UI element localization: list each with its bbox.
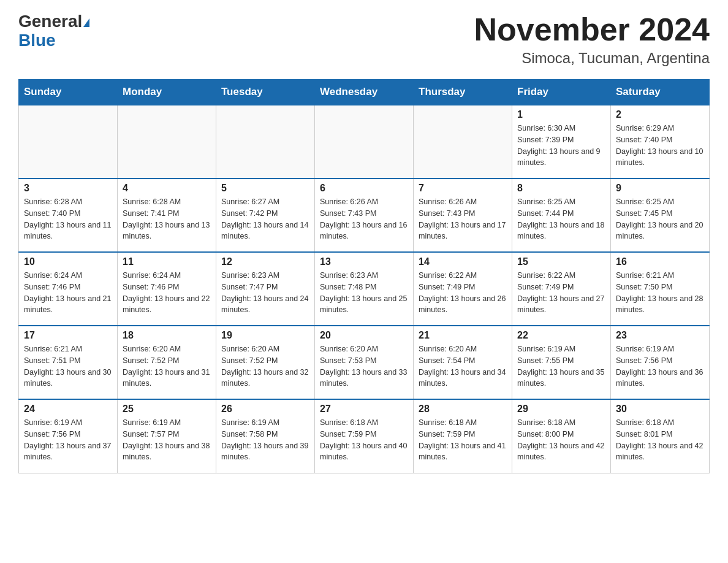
- day-info: Sunrise: 6:19 AM Sunset: 7:56 PM Dayligh…: [616, 343, 704, 389]
- calendar-cell: 17Sunrise: 6:21 AM Sunset: 7:51 PM Dayli…: [19, 326, 118, 399]
- calendar-cell: 22Sunrise: 6:19 AM Sunset: 7:55 PM Dayli…: [512, 326, 611, 399]
- calendar-cell: 26Sunrise: 6:19 AM Sunset: 7:58 PM Dayli…: [216, 399, 315, 473]
- day-info: Sunrise: 6:18 AM Sunset: 7:59 PM Dayligh…: [419, 417, 507, 463]
- day-number: 6: [320, 183, 408, 194]
- day-info: Sunrise: 6:25 AM Sunset: 7:45 PM Dayligh…: [616, 196, 704, 242]
- day-number: 29: [517, 404, 605, 415]
- calendar-cell: 9Sunrise: 6:25 AM Sunset: 7:45 PM Daylig…: [611, 178, 710, 252]
- calendar-cell: [19, 105, 118, 178]
- calendar-cell: 2Sunrise: 6:29 AM Sunset: 7:40 PM Daylig…: [611, 105, 710, 178]
- calendar-cell: 7Sunrise: 6:26 AM Sunset: 7:43 PM Daylig…: [414, 178, 512, 252]
- day-info: Sunrise: 6:19 AM Sunset: 7:56 PM Dayligh…: [24, 417, 112, 463]
- page-header: General Blue November 2024 Simoca, Tucum…: [18, 12, 710, 67]
- day-number: 19: [221, 330, 309, 341]
- day-number: 23: [616, 330, 704, 341]
- day-number: 10: [24, 256, 112, 267]
- day-info: Sunrise: 6:20 AM Sunset: 7:52 PM Dayligh…: [221, 343, 309, 389]
- day-info: Sunrise: 6:18 AM Sunset: 8:01 PM Dayligh…: [616, 417, 704, 463]
- day-number: 28: [419, 404, 507, 415]
- day-number: 9: [616, 183, 704, 194]
- day-number: 14: [419, 256, 507, 267]
- calendar-cell: [315, 105, 414, 178]
- day-info: Sunrise: 6:21 AM Sunset: 7:50 PM Dayligh…: [616, 270, 704, 316]
- day-info: Sunrise: 6:19 AM Sunset: 7:58 PM Dayligh…: [221, 417, 309, 463]
- day-info: Sunrise: 6:29 AM Sunset: 7:40 PM Dayligh…: [616, 123, 704, 169]
- day-number: 4: [123, 183, 211, 194]
- day-number: 15: [517, 256, 605, 267]
- column-header-friday: Friday: [512, 80, 611, 105]
- calendar-cell: 21Sunrise: 6:20 AM Sunset: 7:54 PM Dayli…: [414, 326, 512, 399]
- calendar-cell: 19Sunrise: 6:20 AM Sunset: 7:52 PM Dayli…: [216, 326, 315, 399]
- day-info: Sunrise: 6:21 AM Sunset: 7:51 PM Dayligh…: [24, 343, 112, 389]
- day-number: 17: [24, 330, 112, 341]
- calendar-cell: 16Sunrise: 6:21 AM Sunset: 7:50 PM Dayli…: [611, 252, 710, 326]
- calendar-cell: 11Sunrise: 6:24 AM Sunset: 7:46 PM Dayli…: [118, 252, 216, 326]
- logo: General Blue: [18, 12, 89, 50]
- calendar-cell: 4Sunrise: 6:28 AM Sunset: 7:41 PM Daylig…: [118, 178, 216, 252]
- day-number: 26: [221, 404, 309, 415]
- day-number: 12: [221, 256, 309, 267]
- calendar-cell: [216, 105, 315, 178]
- calendar-cell: 12Sunrise: 6:23 AM Sunset: 7:47 PM Dayli…: [216, 252, 315, 326]
- day-number: 7: [419, 183, 507, 194]
- day-number: 1: [517, 109, 605, 120]
- calendar-cell: 3Sunrise: 6:28 AM Sunset: 7:40 PM Daylig…: [19, 178, 118, 252]
- day-info: Sunrise: 6:30 AM Sunset: 7:39 PM Dayligh…: [517, 123, 605, 169]
- day-info: Sunrise: 6:22 AM Sunset: 7:49 PM Dayligh…: [517, 270, 605, 316]
- calendar-cell: 1Sunrise: 6:30 AM Sunset: 7:39 PM Daylig…: [512, 105, 611, 178]
- day-number: 24: [24, 404, 112, 415]
- calendar-cell: [118, 105, 216, 178]
- calendar-cell: 8Sunrise: 6:25 AM Sunset: 7:44 PM Daylig…: [512, 178, 611, 252]
- day-info: Sunrise: 6:24 AM Sunset: 7:46 PM Dayligh…: [123, 270, 211, 316]
- day-number: 25: [123, 404, 211, 415]
- calendar-cell: 23Sunrise: 6:19 AM Sunset: 7:56 PM Dayli…: [611, 326, 710, 399]
- day-number: 18: [123, 330, 211, 341]
- day-info: Sunrise: 6:18 AM Sunset: 7:59 PM Dayligh…: [320, 417, 408, 463]
- day-info: Sunrise: 6:19 AM Sunset: 7:55 PM Dayligh…: [517, 343, 605, 389]
- title-block: November 2024 Simoca, Tucuman, Argentina: [474, 12, 710, 67]
- column-header-tuesday: Tuesday: [216, 80, 315, 105]
- week-row-1: 1Sunrise: 6:30 AM Sunset: 7:39 PM Daylig…: [19, 105, 710, 178]
- day-number: 2: [616, 109, 704, 120]
- column-header-thursday: Thursday: [414, 80, 512, 105]
- day-number: 30: [616, 404, 704, 415]
- day-info: Sunrise: 6:18 AM Sunset: 8:00 PM Dayligh…: [517, 417, 605, 463]
- column-header-wednesday: Wednesday: [315, 80, 414, 105]
- week-row-4: 17Sunrise: 6:21 AM Sunset: 7:51 PM Dayli…: [19, 326, 710, 399]
- day-info: Sunrise: 6:25 AM Sunset: 7:44 PM Dayligh…: [517, 196, 605, 242]
- calendar-cell: 29Sunrise: 6:18 AM Sunset: 8:00 PM Dayli…: [512, 399, 611, 473]
- day-number: 8: [517, 183, 605, 194]
- day-info: Sunrise: 6:28 AM Sunset: 7:40 PM Dayligh…: [24, 196, 112, 242]
- day-info: Sunrise: 6:27 AM Sunset: 7:42 PM Dayligh…: [221, 196, 309, 242]
- day-number: 21: [419, 330, 507, 341]
- day-number: 22: [517, 330, 605, 341]
- calendar-cell: [414, 105, 512, 178]
- day-info: Sunrise: 6:20 AM Sunset: 7:52 PM Dayligh…: [123, 343, 211, 389]
- calendar-cell: 13Sunrise: 6:23 AM Sunset: 7:48 PM Dayli…: [315, 252, 414, 326]
- calendar-cell: 5Sunrise: 6:27 AM Sunset: 7:42 PM Daylig…: [216, 178, 315, 252]
- day-info: Sunrise: 6:26 AM Sunset: 7:43 PM Dayligh…: [320, 196, 408, 242]
- logo-triangle-icon: [83, 18, 89, 27]
- column-header-sunday: Sunday: [19, 80, 118, 105]
- calendar-cell: 6Sunrise: 6:26 AM Sunset: 7:43 PM Daylig…: [315, 178, 414, 252]
- calendar-cell: 28Sunrise: 6:18 AM Sunset: 7:59 PM Dayli…: [414, 399, 512, 473]
- calendar-header-row: SundayMondayTuesdayWednesdayThursdayFrid…: [19, 80, 710, 105]
- day-info: Sunrise: 6:19 AM Sunset: 7:57 PM Dayligh…: [123, 417, 211, 463]
- week-row-5: 24Sunrise: 6:19 AM Sunset: 7:56 PM Dayli…: [19, 399, 710, 473]
- calendar-cell: 15Sunrise: 6:22 AM Sunset: 7:49 PM Dayli…: [512, 252, 611, 326]
- day-info: Sunrise: 6:26 AM Sunset: 7:43 PM Dayligh…: [419, 196, 507, 242]
- week-row-3: 10Sunrise: 6:24 AM Sunset: 7:46 PM Dayli…: [19, 252, 710, 326]
- calendar-cell: 20Sunrise: 6:20 AM Sunset: 7:53 PM Dayli…: [315, 326, 414, 399]
- day-number: 5: [221, 183, 309, 194]
- calendar-cell: 14Sunrise: 6:22 AM Sunset: 7:49 PM Dayli…: [414, 252, 512, 326]
- day-info: Sunrise: 6:22 AM Sunset: 7:49 PM Dayligh…: [419, 270, 507, 316]
- column-header-saturday: Saturday: [611, 80, 710, 105]
- day-number: 20: [320, 330, 408, 341]
- calendar-cell: 10Sunrise: 6:24 AM Sunset: 7:46 PM Dayli…: [19, 252, 118, 326]
- day-number: 27: [320, 404, 408, 415]
- day-info: Sunrise: 6:20 AM Sunset: 7:54 PM Dayligh…: [419, 343, 507, 389]
- calendar-cell: 25Sunrise: 6:19 AM Sunset: 7:57 PM Dayli…: [118, 399, 216, 473]
- day-number: 16: [616, 256, 704, 267]
- logo-blue-text: Blue: [18, 31, 89, 50]
- day-info: Sunrise: 6:23 AM Sunset: 7:48 PM Dayligh…: [320, 270, 408, 316]
